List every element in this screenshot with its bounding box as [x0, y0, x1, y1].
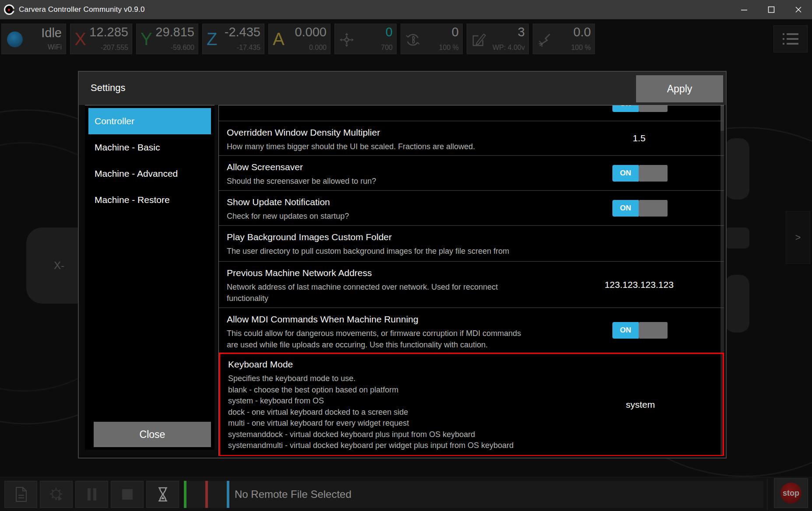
- minimize-icon: [741, 6, 748, 13]
- setting-row-keyboard: Keyboard Mode Specifies the keyboard mod…: [219, 353, 724, 456]
- settings-dialog: Settings Apply Controller Machine - Basi…: [78, 71, 727, 458]
- sidebar-item-controller[interactable]: Controller: [88, 108, 211, 134]
- workpiece-voltage-sub: WP: 4.00v: [492, 44, 525, 52]
- close-button[interactable]: [785, 0, 812, 19]
- setting-row-network: Previous Machine Network Address Network…: [219, 262, 724, 308]
- emergency-stop-icon: stop: [780, 483, 801, 504]
- settings-content-list: Should the OS DPI settings be overridden…: [218, 105, 724, 456]
- tool-number-value: 3: [518, 25, 525, 39]
- axis-box-y[interactable]: Y 29.815 -59.600: [136, 24, 198, 54]
- setting-row-dpi: Should the OS DPI settings be overridden…: [219, 105, 724, 121]
- setting-row-mdi: Allow MDI Commands When Machine Running …: [219, 308, 724, 353]
- bottom-bar-divider: [767, 479, 767, 510]
- toggle-on-label: ON: [612, 105, 639, 112]
- setting-row-update: Show Update Notification Check for new u…: [219, 191, 724, 226]
- setting-title: Keyboard Mode: [228, 358, 715, 371]
- feed-rate-value: 0: [386, 25, 393, 39]
- app-logo-icon: [4, 4, 14, 15]
- progress-red-bar: [205, 481, 208, 508]
- sidebar-item-machine-advanced[interactable]: Machine - Advanced: [88, 161, 211, 187]
- axis-z-wcs: -17.435: [237, 44, 260, 52]
- setting-description: Check for new updates on startup?: [227, 211, 656, 222]
- menu-list-icon: [781, 31, 800, 47]
- sidebar-item-machine-restore[interactable]: Machine - Restore: [88, 187, 211, 213]
- sidebar-category-label: Machine - Basic: [95, 142, 160, 153]
- axis-a-wcs: 0.000: [309, 44, 327, 52]
- progress-segment: [208, 481, 227, 508]
- setting-value-field[interactable]: system: [575, 399, 706, 410]
- settings-dialog-title: Settings: [91, 82, 126, 94]
- setting-title: Play Background Images Custom Folder: [227, 231, 716, 244]
- job-queue-button[interactable]: [146, 481, 179, 508]
- bottom-bar-buttons: [4, 481, 179, 508]
- feed-rate-box[interactable]: 0 700: [334, 24, 397, 54]
- workpiece-box[interactable]: 3 WP: 4.00v: [467, 24, 529, 54]
- file-open-button[interactable]: [4, 481, 37, 508]
- jog-right-button-bottom[interactable]: [725, 275, 749, 332]
- spindle-value: 0: [452, 25, 459, 39]
- hourglass-icon: [156, 486, 169, 503]
- setting-value-field[interactable]: 123.123.123.123: [573, 280, 705, 290]
- move-arrows-icon: [338, 32, 355, 50]
- bottom-bar: No Remote File Selected stop: [0, 477, 812, 511]
- window-controls: [731, 0, 812, 19]
- laser-sub: 100 %: [571, 44, 591, 52]
- axis-y-value: 29.815: [155, 25, 194, 39]
- axis-a-value: 0.000: [295, 25, 327, 39]
- connection-status-icon: [7, 32, 23, 47]
- setting-description: Should the screensaver be allowed to run…: [227, 176, 656, 187]
- remote-file-status-text: No Remote File Selected: [235, 488, 352, 500]
- axis-box-x[interactable]: X 12.285 -207.555: [70, 24, 132, 54]
- jog-right-button-top[interactable]: [725, 138, 749, 200]
- setting-description: Specifies the keyboard mode to use. blan…: [228, 373, 657, 452]
- sidebar-category-label: Controller: [95, 116, 134, 126]
- minimize-button[interactable]: [731, 0, 758, 19]
- maximize-icon: [768, 6, 775, 13]
- setting-toggle[interactable]: ON: [612, 165, 668, 182]
- jog-right-button-middle[interactable]: [725, 228, 749, 248]
- progress-green-bar: [184, 481, 186, 508]
- setting-toggle[interactable]: ON: [612, 105, 668, 112]
- apply-button[interactable]: Apply: [636, 75, 723, 102]
- setting-title: Previous Machine Network Address: [227, 266, 716, 280]
- sidebar-item-machine-basic[interactable]: Machine - Basic: [88, 134, 211, 161]
- setting-row-screensaver: Allow Screensaver Should the screensaver…: [219, 156, 724, 191]
- toggle-handle[interactable]: [639, 105, 668, 112]
- close-settings-button[interactable]: Close: [94, 422, 211, 447]
- maximize-button[interactable]: [758, 0, 785, 19]
- spindle-sub: 100 %: [439, 44, 459, 52]
- axis-x-wcs: -207.555: [101, 44, 128, 52]
- setting-value-field[interactable]: 1.5: [573, 133, 705, 144]
- connection-type-label: WiFi: [48, 43, 62, 51]
- spindle-box[interactable]: 0 100 %: [401, 24, 463, 54]
- window-title: Carvera Controller Community v0.9.0: [19, 5, 145, 14]
- toggle-handle[interactable]: [639, 322, 668, 339]
- sidebar-category-label: Machine - Restore: [95, 195, 170, 205]
- axis-x-value: 12.285: [89, 25, 128, 39]
- laser-box[interactable]: 0.0 100 %: [533, 24, 595, 54]
- axis-y-letter: Y: [141, 29, 152, 49]
- axis-a-letter: A: [273, 29, 285, 49]
- toggle-handle[interactable]: [639, 165, 668, 182]
- progress-blue-bar: [227, 481, 229, 508]
- toggle-on-label: ON: [612, 165, 639, 182]
- machine-state-box[interactable]: Idle WiFi: [1, 24, 66, 54]
- setting-toggle[interactable]: ON: [612, 200, 668, 217]
- main-menu-button[interactable]: [773, 25, 808, 52]
- setting-description: This could allow for dangerous movements…: [227, 328, 656, 350]
- pause-button[interactable]: [75, 481, 108, 508]
- sidebar-category-label: Machine - Advanced: [95, 168, 178, 179]
- emergency-stop-button[interactable]: stop: [774, 478, 808, 508]
- setting-toggle[interactable]: ON: [612, 322, 668, 339]
- remote-file-status-box[interactable]: No Remote File Selected: [230, 481, 763, 508]
- machine-state-label: Idle: [41, 26, 62, 40]
- axis-box-z[interactable]: Z -2.435 -17.435: [202, 24, 264, 54]
- stop-job-button[interactable]: [111, 481, 144, 508]
- toggle-handle[interactable]: [639, 200, 668, 217]
- gear-play-icon: [47, 485, 66, 504]
- run-job-button[interactable]: [40, 481, 73, 508]
- axis-box-a[interactable]: A 0.000 0.000: [268, 24, 330, 54]
- laser-icon: [537, 32, 553, 50]
- spindle-rotate-icon: [404, 32, 421, 50]
- progress-segment: [186, 481, 205, 508]
